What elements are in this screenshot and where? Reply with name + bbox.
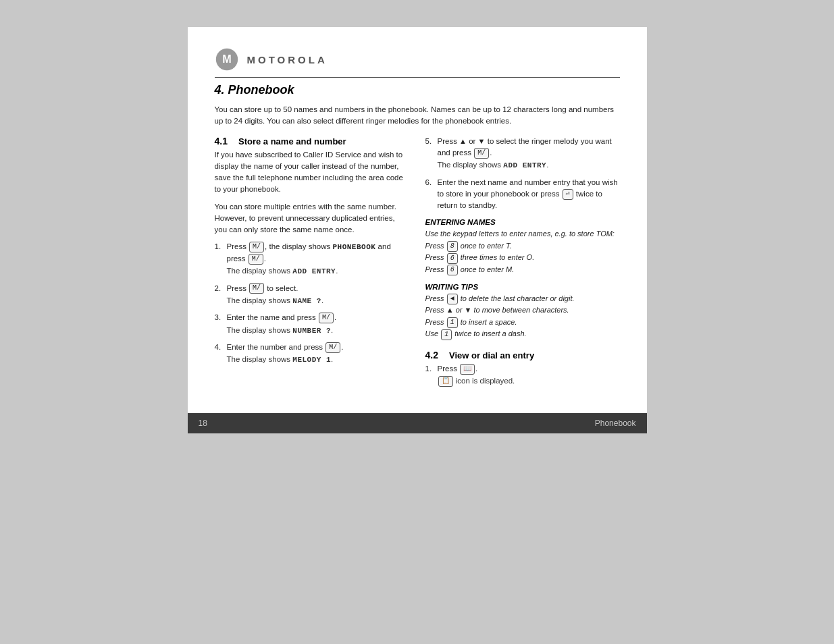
- left-column: 4.1 Store a name and number If you have …: [215, 136, 409, 393]
- step-1-key1: M/: [249, 242, 264, 252]
- svg-text:M: M: [222, 53, 231, 65]
- section-41-number: 4.1: [215, 136, 228, 146]
- phonebook-display-icon: 📋: [438, 376, 453, 387]
- page-wrapper: M MOTOROLA 4. Phonebook You can store up…: [0, 0, 834, 644]
- step-4-key: M/: [325, 342, 340, 353]
- step-5-content: Press ▲ or ▼ to select the ringer melody…: [438, 136, 620, 171]
- entering-names-line1: Press 8 once to enter T.: [425, 240, 620, 252]
- step-1-key2: M/: [249, 254, 263, 265]
- writing-tips-line1: Press ◄ to delete the last character or …: [425, 293, 620, 305]
- logo-area: M MOTOROLA: [215, 47, 620, 78]
- section-42-display-line: 📋 icon is displayed.: [438, 375, 620, 387]
- chapter-name: Phonebook: [228, 83, 294, 97]
- content-area: 4.1 Store a name and number If you have …: [215, 136, 620, 393]
- step-4: 4. Enter the number and press M/. The di…: [215, 342, 409, 366]
- step-6-key: ⏎: [563, 189, 573, 200]
- page-content: M MOTOROLA 4. Phonebook You can store up…: [188, 27, 647, 413]
- step-2-key: M/: [249, 283, 264, 294]
- section-42-step-1-content: Press 📖. 📋 icon is displayed.: [438, 363, 620, 387]
- writing-tips-line2: Press ▲ or ▼ to move between characters.: [425, 304, 620, 317]
- writing-tips-title: WRITING TIPS: [425, 283, 620, 291]
- chapter-intro: You can store up to 50 names and numbers…: [215, 104, 620, 128]
- step-1-display-line: The display shows ADD ENTRY.: [227, 265, 409, 277]
- key-delete: ◄: [447, 294, 458, 304]
- chapter-number: 4.: [215, 83, 225, 97]
- key-6a: 6: [447, 253, 458, 264]
- entering-names-line3: Press 6 once to enter M.: [425, 264, 620, 276]
- section-42-number: 4.2: [425, 350, 438, 360]
- step-1-content: Press M/, the display shows PHONEBOOK an…: [227, 241, 409, 277]
- step-6: 6. Enter the next name and number entry …: [425, 177, 620, 212]
- step-4-content: Enter the number and press M/. The displ…: [227, 342, 409, 366]
- step-1-num: 1.: [215, 241, 227, 252]
- step-2-num: 2.: [215, 283, 227, 294]
- step-3-key: M/: [319, 313, 334, 323]
- step-5-display-line: The display shows ADD ENTRY.: [438, 159, 620, 171]
- entering-names-title: ENTERING NAMES: [425, 218, 620, 226]
- motorola-logo-icon: M: [215, 47, 239, 72]
- step-6-content: Enter the next name and number entry tha…: [438, 177, 620, 212]
- step-4-display-line: The display shows MELODY 1.: [227, 354, 409, 366]
- key-6b: 6: [447, 265, 458, 275]
- entering-names-line0: Use the keypad letters to enter names, e…: [425, 228, 620, 240]
- tips-down-arrow: ▼: [464, 306, 471, 314]
- writing-tips-content: Press ◄ to delete the last character or …: [425, 293, 620, 340]
- writing-tips-line3: Press 1 to insert a space.: [425, 317, 620, 329]
- step-6-num: 6.: [425, 177, 438, 188]
- step-2-display-line: The display shows NAME ?.: [227, 295, 409, 307]
- step-5-up-arrow: ▲: [459, 137, 467, 145]
- chapter-title: 4. Phonebook: [215, 83, 620, 97]
- entering-names-content: Use the keypad letters to enter names, e…: [425, 228, 620, 275]
- section-41-header: 4.1 Store a name and number: [215, 136, 409, 146]
- section-42-wrapper: 4.2 View or dial an entry 1. Press 📖. 📋 …: [425, 350, 620, 387]
- step-3-num: 3.: [215, 312, 227, 323]
- section-42-step-1: 1. Press 📖. 📋 icon is displayed.: [425, 363, 620, 387]
- section-41-text1: If you have subscribed to Caller ID Serv…: [215, 149, 409, 196]
- step-2-content: Press M/ to select. The display shows NA…: [227, 283, 409, 307]
- step-3: 3. Enter the name and press M/. The disp…: [215, 312, 409, 336]
- tips-up-arrow: ▲: [446, 306, 454, 314]
- section-41-text2: You can store multiple entries with the …: [215, 201, 409, 236]
- steps-list-right: 5. Press ▲ or ▼ to select the ringer mel…: [425, 136, 620, 212]
- section-42-title: View or dial an entry: [449, 350, 534, 360]
- section-41-title: Store a name and number: [238, 136, 346, 146]
- right-column: 5. Press ▲ or ▼ to select the ringer mel…: [425, 136, 620, 393]
- step-4-num: 4.: [215, 342, 227, 353]
- step-1-display1: PHONEBOOK: [332, 243, 375, 251]
- step-5-down-arrow: ▼: [478, 137, 486, 145]
- step-5-num: 5.: [425, 136, 438, 147]
- entering-names-line2: Press 6 three times to enter O.: [425, 252, 620, 264]
- step-5-key: M/: [474, 148, 489, 159]
- writing-tips-line4: Use 1 twice to insert a dash.: [425, 328, 620, 340]
- step-1: 1. Press M/, the display shows PHONEBOOK…: [215, 241, 409, 277]
- footer-section-name: Phonebook: [595, 419, 636, 428]
- footer-bar: 18 Phonebook: [188, 413, 647, 433]
- key-1-space: 1: [447, 317, 458, 328]
- key-phonebook-icon: 📖: [460, 364, 475, 375]
- key-1-dash: 1: [441, 329, 452, 340]
- step-3-content: Enter the name and press M/. The display…: [227, 312, 409, 336]
- steps-list-left: 1. Press M/, the display shows PHONEBOOK…: [215, 241, 409, 366]
- key-8: 8: [447, 241, 458, 252]
- logo-text: MOTOROLA: [247, 54, 328, 65]
- footer-page-number: 18: [199, 419, 207, 428]
- section-42-steps: 1. Press 📖. 📋 icon is displayed.: [425, 363, 620, 387]
- step-5: 5. Press ▲ or ▼ to select the ringer mel…: [425, 136, 620, 171]
- step-3-display-line: The display shows NUMBER ?.: [227, 325, 409, 337]
- section-42-header: 4.2 View or dial an entry: [425, 350, 620, 360]
- step-2: 2. Press M/ to select. The display shows…: [215, 283, 409, 307]
- section-42-step-1-num: 1.: [425, 363, 438, 375]
